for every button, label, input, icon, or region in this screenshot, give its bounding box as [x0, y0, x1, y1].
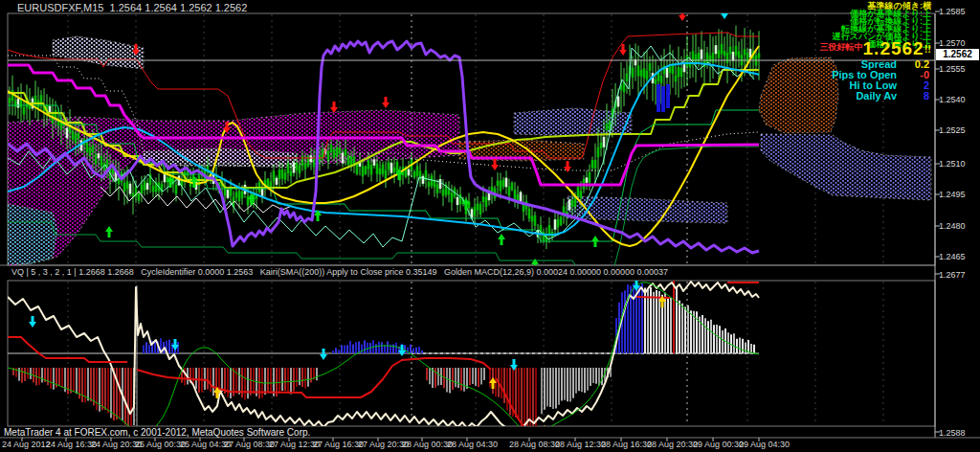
time-axis-label: 28 Aug 16:30	[601, 440, 652, 449]
price-axis-label: 1.2480	[939, 221, 966, 231]
signal-big-price: 1.2562	[863, 40, 924, 56]
price-axis-label: 1.2495	[939, 190, 966, 199]
time-axis-label: 29 Aug 04:30	[739, 440, 790, 449]
price-axis-label: 1.2465	[939, 252, 966, 261]
time-axis-label: 24 Aug 2012	[2, 440, 51, 449]
time-axis-label: 28 Aug 00:30	[402, 440, 453, 449]
time-axis-label: 24 Aug 16:30	[46, 440, 97, 449]
time-axis-label: 25 Aug 00:30	[135, 440, 186, 449]
sell-arrow-icon	[382, 102, 390, 108]
time-axis-label: 28 Aug 04:30	[447, 440, 498, 449]
vq-cyan-arrow-icon	[320, 354, 327, 360]
indicator-axis-label: 1.2588	[939, 428, 966, 438]
blue-volume-block	[661, 86, 665, 112]
stat-value: 8	[897, 91, 929, 102]
price-axis-label: 1.2570	[939, 38, 966, 48]
sell-arrow-icon	[491, 165, 499, 170]
vq-cyan-arrow-icon	[29, 322, 36, 328]
kumo-orange-right	[759, 57, 838, 133]
kumo-blue-right	[761, 134, 931, 200]
indicator-header-text: VQ | 5 , 3 , 2 , 1 | 1.2668 1.2668 Cycle…	[11, 267, 668, 277]
main-chart-pane[interactable]	[8, 8, 935, 270]
buy-arrow-icon	[591, 236, 599, 241]
time-axis-label: 29 Aug 00:30	[693, 440, 744, 449]
sell-arrow-icon	[564, 167, 571, 172]
chart-symbol-period: EURUSDFXF,M15	[17, 2, 103, 13]
ind-red-seg-4	[636, 297, 670, 298]
time-axis-label: 28 Aug 08:30	[509, 440, 560, 449]
kumo-white-topleft	[53, 36, 144, 69]
vq-indicator-pane[interactable]	[8, 270, 759, 437]
stat-row: Daily Av8	[832, 91, 929, 102]
price-axis-label: 1.2555	[939, 64, 966, 74]
price-axis-label: 1.2585	[939, 7, 966, 16]
price-axis-label: 1.2525	[939, 125, 966, 135]
blue-volume-block	[666, 84, 670, 108]
blue-volume-block	[657, 84, 660, 112]
time-axis-label: 28 Aug 20:30	[647, 440, 698, 449]
signal-suffix: !!	[924, 43, 931, 55]
sell-arrow-icon	[619, 50, 627, 56]
time-axis-label: 28 Aug 12:30	[555, 440, 606, 449]
status-bar: MetaTrader 4 at FOREX.com, c 2001-2012, …	[4, 427, 310, 438]
buy-arrow-icon	[498, 234, 505, 239]
sell-arrow-icon	[679, 15, 686, 21]
buy-arrow-icon	[105, 226, 113, 232]
signal-label: 三役好転中	[820, 41, 863, 54]
time-axis-label: 27 Aug 16:30	[313, 440, 364, 449]
indicator-axis-label: 1.2677	[939, 270, 966, 280]
time-axis-label: 27 Aug 08:30	[224, 440, 275, 449]
current-price-marker: 1.2562	[936, 49, 979, 60]
market-stats-panel: Spread0.2Pips to Open-0Hi to Low2Daily A…	[832, 59, 929, 102]
chart-title: EURUSDFXF,M15 1.2564 1.2564 1.2562 1.256…	[17, 2, 247, 13]
price-axis-label: 1.2510	[939, 159, 966, 169]
stat-label: Daily Av	[856, 91, 897, 102]
chart-ohlc-values: 1.2564 1.2564 1.2562 1.2562	[103, 2, 247, 13]
signal-row: 三役好転中 1.2562 !!	[820, 40, 931, 56]
price-axis-label: 1.2540	[939, 95, 966, 104]
buy-arrow-icon	[531, 259, 539, 264]
mt4-chart-window: EURUSDFXF,M15 1.2564 1.2564 1.2562 1.256…	[0, 0, 980, 452]
cyan-arrow-icon	[721, 13, 728, 19]
kumo-blue-bottom	[568, 196, 727, 223]
kumo-aqua-bottomleft	[8, 204, 57, 264]
